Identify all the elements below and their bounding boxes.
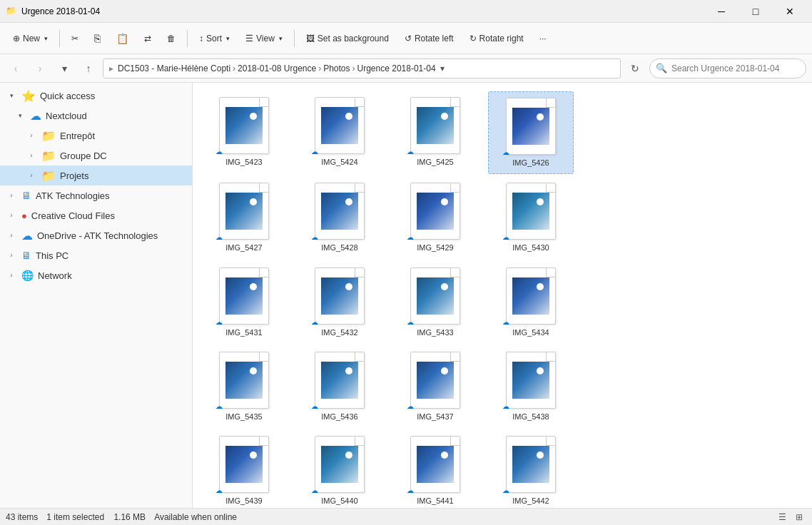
expand-icon-net: › <box>6 270 17 281</box>
rotate-right-button[interactable]: ↻ Rotate right <box>462 29 531 48</box>
file-item[interactable]: ☁ IMG_5426 <box>488 91 574 174</box>
file-item[interactable]: ☁ IMG_5441 <box>392 430 478 508</box>
creative-cloud-icon: ● <box>21 210 27 221</box>
expand-icon: ▾ <box>6 90 17 101</box>
file-item[interactable]: ☁ IMG_5429 <box>392 177 478 258</box>
size-text: 1.16 MB <box>113 512 146 522</box>
up-button[interactable]: ↑ <box>78 58 98 78</box>
view-button[interactable]: ☰ View ▾ <box>238 29 290 48</box>
close-button[interactable]: ✕ <box>773 0 806 23</box>
file-icon-wrapper: ☁ <box>311 267 368 325</box>
file-icon-wrapper: ☁ <box>502 183 559 240</box>
minimize-button[interactable]: ─ <box>705 0 738 23</box>
set-background-button[interactable]: 🖼 Set as background <box>299 29 396 48</box>
sidebar-label-onedrive: OneDrive - ATK Technologies <box>37 230 186 241</box>
file-item[interactable]: ☁ IMG_5439 <box>201 430 287 508</box>
file-item[interactable]: ☁ IMG_5438 <box>488 346 574 427</box>
file-item[interactable]: ☁ IMG_5433 <box>392 262 478 343</box>
paste-button[interactable]: 📋 <box>109 29 136 49</box>
sidebar-label-creative-cloud: Creative Cloud Files <box>31 210 186 221</box>
cut-icon: ✂ <box>71 34 78 44</box>
more-button[interactable]: ··· <box>532 29 554 48</box>
delete-button[interactable]: 🗑 <box>160 29 183 48</box>
file-item[interactable]: ☁ IMG_5432 <box>297 262 382 343</box>
search-input[interactable] <box>671 63 800 73</box>
sidebar-item-entrepot[interactable]: › 📁 Entrepôt <box>0 126 192 146</box>
recent-locations-button[interactable]: ▾ <box>54 58 74 78</box>
file-item[interactable]: ☁ IMG_5442 <box>488 430 574 508</box>
file-name: IMG_5436 <box>321 412 357 422</box>
sidebar-item-nextcloud[interactable]: ▾ ☁ Nextcloud <box>0 106 192 126</box>
copy-button[interactable]: ⎘ <box>87 28 108 49</box>
file-item[interactable]: ☁ IMG_5425 <box>392 91 478 174</box>
file-item[interactable]: ☁ IMG_5431 <box>201 262 287 343</box>
addressbar: ‹ › ▾ ↑ ▸ DC1503 - Marie-Hélène Copti › … <box>0 54 812 83</box>
file-item[interactable]: ☁ IMG_5430 <box>488 177 574 258</box>
file-icon-wrapper: ☁ <box>502 352 559 409</box>
file-item[interactable]: ☁ IMG_5427 <box>201 177 287 258</box>
sidebar-item-groupe-dc[interactable]: › 📁 Groupe DC <box>0 146 192 165</box>
new-button[interactable]: ⊕ New ▾ <box>6 29 55 48</box>
file-item[interactable]: ☁ IMG_5424 <box>297 91 382 174</box>
cloud-sync-icon: ☁ <box>311 233 318 241</box>
rotate-left-label: Rotate left <box>415 34 454 44</box>
sort-button[interactable]: ↕ Sort ▾ <box>192 29 237 48</box>
path-segment-2: 2018-01-08 Urgence <box>238 63 316 73</box>
path-dropdown-icon[interactable]: ▾ <box>440 63 445 73</box>
file-thumb <box>512 108 549 145</box>
expand-icon-od: › <box>6 230 17 241</box>
nextcloud-icon: ☁ <box>30 109 41 123</box>
statusbar-left: 43 items 1 item selected 1.16 MB Availab… <box>6 512 237 522</box>
file-item[interactable]: ☁ IMG_5436 <box>297 346 382 427</box>
forward-button[interactable]: › <box>30 58 50 78</box>
cloud-sync-icon: ☁ <box>311 486 318 494</box>
quick-access-icon: ⭐ <box>21 89 36 103</box>
sidebar-item-network[interactable]: › 🌐 Network <box>0 265 192 285</box>
file-item[interactable]: ☁ IMG_5435 <box>201 346 287 427</box>
cut-button[interactable]: ✂ <box>64 29 86 48</box>
file-item[interactable]: ☁ IMG_5428 <box>297 177 382 258</box>
sidebar-item-quick-access[interactable]: ▾ ⭐ Quick access <box>0 86 192 106</box>
file-item[interactable]: ☁ IMG_5437 <box>392 346 478 427</box>
projets-icon: 📁 <box>41 169 56 183</box>
rotate-left-button[interactable]: ↺ Rotate left <box>397 29 461 48</box>
file-item[interactable]: ☁ IMG_5440 <box>297 430 382 508</box>
sidebar-item-creative-cloud[interactable]: › ● Creative Cloud Files <box>0 205 192 225</box>
file-name: IMG_5442 <box>512 496 549 506</box>
sidebar-item-projets[interactable]: › 📁 Projets <box>0 165 192 185</box>
new-label: New <box>23 34 40 44</box>
file-page <box>315 97 365 154</box>
expand-icon-cc: › <box>6 210 17 221</box>
cloud-sync-icon: ☁ <box>407 486 414 494</box>
sort-icon: ↕ <box>199 34 203 44</box>
view-label: View <box>256 34 275 44</box>
file-page <box>506 436 556 493</box>
file-thumb <box>417 107 454 144</box>
file-thumb <box>417 446 454 483</box>
window-icon: 📁 <box>6 6 17 17</box>
file-name: IMG_5429 <box>417 243 453 253</box>
sidebar-item-this-pc[interactable]: › 🖥 This PC <box>0 245 192 265</box>
sidebar-label-entrepot: Entrepôt <box>60 131 186 141</box>
back-button[interactable]: ‹ <box>6 58 26 78</box>
refresh-button[interactable]: ↻ <box>625 58 645 78</box>
address-path[interactable]: ▸ DC1503 - Marie-Hélène Copti › 2018-01-… <box>103 58 621 78</box>
file-item[interactable]: ☁ IMG_5434 <box>488 262 574 343</box>
file-name: IMG_5437 <box>417 412 453 422</box>
move-button[interactable]: ⇄ <box>137 29 158 48</box>
sidebar-item-atk-tech[interactable]: › 🖥 ATK Technologies <box>0 185 192 205</box>
sidebar-label-atk: ATK Technologies <box>36 190 186 201</box>
file-page <box>506 352 556 409</box>
file-name: IMG_5435 <box>225 412 262 422</box>
file-item[interactable]: ☁ IMG_5423 <box>201 91 287 174</box>
grid-view-button[interactable]: ⊞ <box>792 510 806 524</box>
sidebar-item-onedrive[interactable]: › ☁ OneDrive - ATK Technologies <box>0 225 192 245</box>
cloud-sync-icon: ☁ <box>215 486 223 494</box>
file-icon-wrapper: ☁ <box>407 267 464 325</box>
maximize-button[interactable]: □ <box>739 0 772 23</box>
file-name: IMG_5432 <box>321 327 357 337</box>
move-icon: ⇄ <box>144 34 151 44</box>
cloud-sync-icon: ☁ <box>502 402 509 410</box>
cloud-sync-icon: ☁ <box>502 318 509 326</box>
list-view-button[interactable]: ☰ <box>775 510 789 524</box>
